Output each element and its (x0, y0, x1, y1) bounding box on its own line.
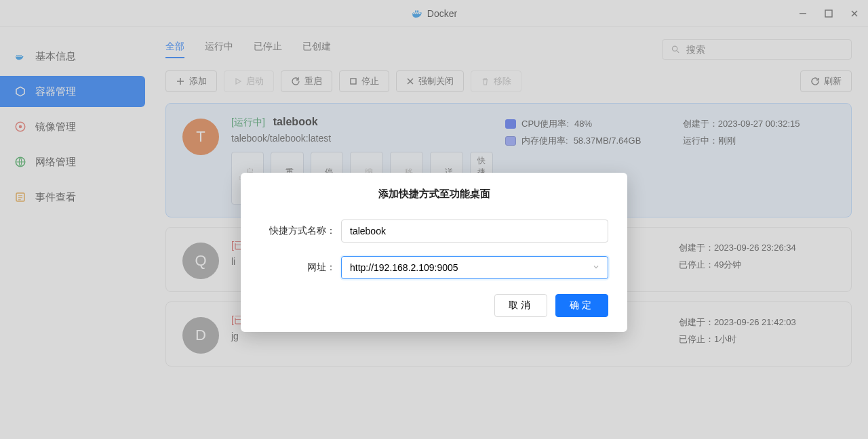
shortcut-name-label: 快捷方式名称： (260, 225, 341, 237)
modal-overlay[interactable]: 添加快捷方式至功能桌面 快捷方式名称： 网址： 取消 确定 (0, 0, 868, 439)
url-label: 网址： (260, 262, 341, 274)
modal-title: 添加快捷方式至功能桌面 (260, 188, 608, 201)
modal-footer: 取消 确定 (260, 294, 608, 317)
cancel-button[interactable]: 取消 (494, 294, 547, 317)
shortcut-modal: 添加快捷方式至功能桌面 快捷方式名称： 网址： 取消 确定 (241, 173, 627, 332)
url-select[interactable] (341, 256, 608, 279)
shortcut-name-input[interactable] (341, 220, 608, 243)
confirm-button[interactable]: 确定 (555, 294, 608, 317)
